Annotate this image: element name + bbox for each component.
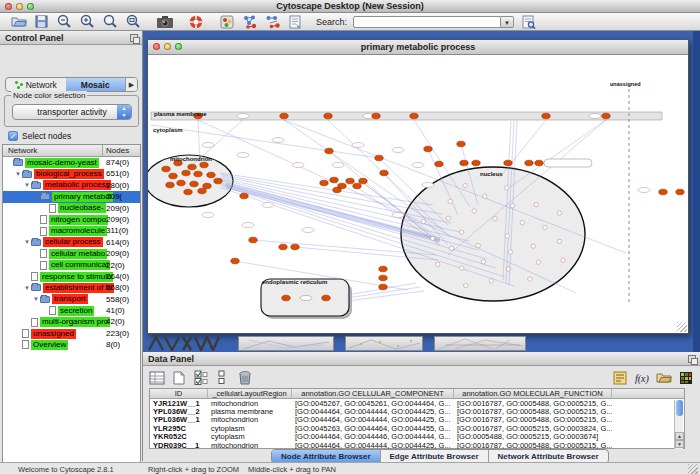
network-tree-header[interactable]: Network Nodes (3, 145, 140, 157)
minimize-icon[interactable] (16, 3, 23, 10)
main-toolbar: Search: ▼ (0, 13, 700, 31)
region-plasma-membrane: plasma membrane (154, 111, 207, 117)
minimized-overview-thumbnail[interactable] (147, 336, 227, 351)
attribute-table-header[interactable]: ID_cellularLayoutRegionannotation.GO CEL… (150, 389, 684, 399)
table-column-header[interactable]: annotation.GO CELLULAR_COMPONENT (292, 389, 454, 398)
tree-row[interactable]: ▼establishment of lo558(0) (3, 282, 140, 293)
tab-mosaic[interactable]: Mosaic (66, 78, 126, 91)
tree-row[interactable]: mosaic-demo-yeast874(0) (3, 157, 140, 168)
unselect-all-attributes-icon[interactable] (214, 370, 232, 386)
data-panel-header[interactable]: Data Panel (143, 352, 700, 366)
minimized-window[interactable] (345, 336, 423, 351)
select-all-attributes-icon[interactable] (192, 370, 210, 386)
table-column-header[interactable]: _cellularLayoutRegion (208, 389, 292, 398)
tree-row[interactable]: unassigned223(0) (3, 328, 140, 339)
network-overlay-icon[interactable] (241, 14, 258, 29)
dropdown-stepper-icon: ▲▼ (117, 105, 131, 119)
table-column-header[interactable]: annotation.GO MOLECULAR_FUNCTION (454, 389, 612, 398)
float-panel-icon[interactable] (688, 355, 696, 363)
node-color-dropdown[interactable]: transporter activity ▲▼ (12, 104, 132, 120)
tree-row[interactable]: macromolecule311(0) (3, 225, 140, 236)
document-icon (31, 318, 38, 327)
expand-arrow-icon[interactable]: ▼ (23, 239, 31, 245)
delete-attribute-icon[interactable] (236, 370, 254, 386)
save-icon[interactable] (33, 14, 50, 29)
search-input[interactable] (353, 16, 501, 28)
zoom-window-icon[interactable] (175, 43, 182, 50)
expand-arrow-icon[interactable]: ▼ (23, 182, 31, 188)
tab-network[interactable]: Network (6, 78, 66, 91)
network-desktop: primary metabolic process plasma membran… (143, 31, 700, 352)
zoom-in-icon[interactable] (79, 14, 96, 29)
tree-row-count: 8(0) (106, 340, 120, 349)
tree-row[interactable]: secretion41(0) (3, 305, 140, 316)
network-window[interactable]: primary metabolic process plasma membran… (147, 39, 689, 334)
network-window-titlebar[interactable]: primary metabolic process (148, 40, 688, 55)
expand-arrow-icon[interactable]: ▼ (23, 285, 31, 291)
folder-icon (31, 182, 41, 189)
control-panel-header[interactable]: Control Panel (0, 31, 142, 45)
minimized-window[interactable] (238, 336, 334, 351)
window-titlebar[interactable]: Cytoscape Desktop (New Session) (0, 0, 700, 13)
network-compare-icon[interactable] (264, 14, 281, 29)
tree-row-count: 42(0) (106, 317, 125, 326)
network-canvas[interactable]: plasma membrane cytoplasm mitochondrion … (148, 55, 688, 333)
document-icon (31, 272, 38, 281)
document-icon (49, 204, 56, 213)
select-nodes-checkbox[interactable]: ✓ (8, 131, 18, 141)
tree-row[interactable]: ▼primary metabol209( (3, 191, 140, 202)
tree-row-label: secretion (58, 306, 94, 316)
table-column-header[interactable]: ID (150, 389, 208, 398)
close-icon[interactable] (153, 43, 160, 50)
advanced-search-icon[interactable] (520, 14, 537, 29)
minimized-window[interactable] (434, 336, 526, 351)
tree-row[interactable]: cell communicat22(0) (3, 260, 140, 271)
close-icon[interactable] (5, 3, 12, 10)
expand-arrow-icon[interactable]: ▼ (32, 296, 40, 302)
status-zoom-hint: Right-click + drag to ZOOM (148, 465, 239, 474)
region-cytoplasm: cytoplasm (153, 127, 183, 133)
tree-row[interactable]: ▼metabolic process280(0) (3, 180, 140, 191)
tree-row[interactable]: nucleobase-209(0) (3, 203, 140, 214)
traffic-lights[interactable] (5, 3, 34, 10)
window-resize-grip[interactable] (677, 322, 687, 332)
folder-icon (31, 284, 41, 291)
tree-row[interactable]: ▼cellular process614(0) (3, 237, 140, 248)
snapshot-icon[interactable] (156, 14, 173, 29)
annotation-icon[interactable] (287, 14, 304, 29)
tree-row[interactable]: Overview8(0) (3, 339, 140, 350)
tree-row[interactable]: ▼transport558(0) (3, 294, 140, 305)
scrollbar-thumb[interactable] (676, 400, 683, 416)
attribute-table-icon[interactable] (148, 370, 166, 386)
matrix-icon[interactable] (677, 370, 695, 386)
tree-row[interactable]: response to stimulu264(0) (3, 271, 140, 282)
zoom-window-icon[interactable] (27, 3, 34, 10)
expand-arrow-icon[interactable]: ▼ (32, 194, 40, 200)
scroll-up-icon[interactable]: ▲ (675, 432, 684, 440)
zoom-selected-icon[interactable] (102, 14, 119, 29)
zoom-fit-icon[interactable] (125, 14, 142, 29)
tree-col-nodes: Nodes (106, 146, 129, 155)
open-icon[interactable] (10, 14, 27, 29)
tree-row[interactable]: nitrogen compo209(0) (3, 214, 140, 225)
tree-row-count: 223(0) (106, 329, 129, 338)
scroll-down-icon[interactable]: ▼ (675, 440, 684, 448)
formula-icon[interactable]: f(x) (633, 370, 651, 386)
tree-row[interactable]: ▼biological_process651(0) (3, 168, 140, 179)
minimize-icon[interactable] (164, 43, 171, 50)
app-resize-grip[interactable] (688, 464, 698, 474)
zoom-out-icon[interactable] (56, 14, 73, 29)
tree-row-count: 614(0) (106, 238, 129, 247)
new-attribute-icon[interactable] (170, 370, 188, 386)
vizmapper-icon[interactable] (218, 14, 235, 29)
tree-row[interactable]: cellular metabo209(0) (3, 248, 140, 259)
tree-row[interactable]: multi-organism pro42(0) (3, 316, 140, 327)
search-dropdown-icon[interactable]: ▼ (501, 16, 514, 28)
float-panel-icon[interactable] (130, 34, 138, 42)
import-attributes-icon[interactable] (655, 370, 673, 386)
expand-arrow-icon[interactable]: ▼ (14, 171, 22, 177)
tabs-overflow-icon[interactable]: ▶ (125, 78, 137, 91)
tab-network-label: Network (26, 80, 57, 90)
help-icon[interactable] (187, 14, 204, 29)
attribute-list-icon[interactable] (611, 370, 629, 386)
